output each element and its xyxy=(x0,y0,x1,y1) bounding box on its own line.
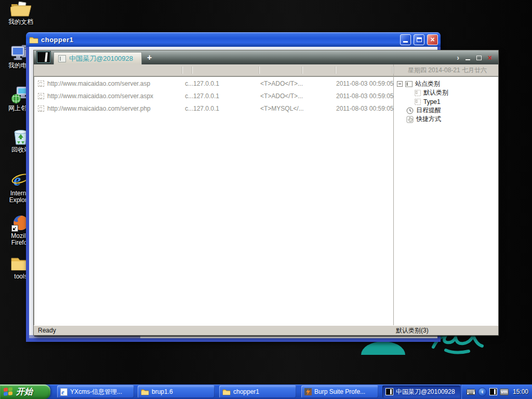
taskbar-button-china-chopper[interactable]: 中国菜刀@20100928 xyxy=(382,385,460,398)
column-separator xyxy=(302,66,303,74)
taskbar: 开始 e YXcms-信息管理... brup1.6 chopper1 xyxy=(0,384,532,399)
category-count: 默认类别(3) xyxy=(396,326,429,335)
desktop-icon-label: 我的文档 xyxy=(8,19,33,25)
column-separator xyxy=(182,66,183,74)
keyboard-icon[interactable] xyxy=(467,389,475,395)
shell-note: c... xyxy=(185,80,193,87)
shortcut-arrow-icon xyxy=(11,225,18,232)
chopper-app-logo-icon xyxy=(37,51,50,63)
shell-ip: 127.0.0.1 xyxy=(193,80,219,87)
taskbar-button-yxcms[interactable]: e YXcms-信息管理... xyxy=(57,385,134,398)
webshell-row[interactable]: http://www.maicaidao.com/server.php c...… xyxy=(34,103,393,115)
start-label: 开始 xyxy=(16,387,33,397)
site-icon xyxy=(415,90,421,96)
minimize-button[interactable] xyxy=(400,34,411,45)
webshell-row[interactable]: http://www.maicaidao.com/server.asp c...… xyxy=(34,78,393,90)
desktop-icon-my-documents[interactable]: 我的文档 xyxy=(4,1,37,25)
minimize-icon xyxy=(403,41,408,43)
overflow-chevron-icon[interactable]: › xyxy=(457,54,459,61)
taskbar-button-label: Burp Suite Profe... xyxy=(314,388,365,395)
webshell-icon xyxy=(38,105,44,112)
explorer-window-title: chopper1 xyxy=(41,36,397,44)
app-minimize-button[interactable] xyxy=(466,59,470,60)
tree-item-label: Type1 xyxy=(423,98,441,105)
tab-china-chopper[interactable]: 中国菜刀@20100928 xyxy=(54,52,142,64)
vmware-tray-icon[interactable]: vm xyxy=(500,389,509,395)
shell-note: c... xyxy=(185,92,193,100)
burp-suite-icon xyxy=(304,388,312,395)
clock-icon xyxy=(406,107,414,114)
list-header-band: 星期四 2014-08-21 七月廿六 xyxy=(34,64,498,76)
tree-item-label: 站点类别 xyxy=(415,79,440,88)
explorer-title-bar[interactable]: chopper1 × xyxy=(26,32,441,47)
shell-timestamp: 2011-08-03 00:59:05 xyxy=(336,92,394,100)
shell-timestamp: 2011-08-03 00:59:05 xyxy=(336,105,394,112)
taskbar-button-label: 中国菜刀@20100928 xyxy=(396,388,455,396)
list-column-headers[interactable] xyxy=(34,64,394,76)
hide-icons-chevron-button[interactable]: ‹ xyxy=(478,388,487,396)
webshell-icon xyxy=(38,93,44,99)
tree-item-default-category[interactable]: 默认类别 xyxy=(394,88,498,97)
tree-item-site-categories[interactable]: 站点类别 xyxy=(394,79,498,88)
start-button[interactable]: 开始 xyxy=(0,384,50,399)
chopper-app-window: 中国菜刀@20100928 + › × 星期四 2014-08-21 七月廿六 xyxy=(33,50,499,336)
chopper-tray-icon[interactable] xyxy=(489,388,497,395)
tree-item-schedule-reminder[interactable]: 日程提醒 xyxy=(394,106,498,115)
column-separator xyxy=(259,66,260,74)
date-display: 星期四 2014-08-21 七月廿六 xyxy=(394,64,498,76)
chopper-main-area: http://www.maicaidao.com/server.asp c...… xyxy=(34,76,498,325)
shell-url: http://www.maicaidao.com/server.php xyxy=(47,105,151,112)
taskbar-button-label: chopper1 xyxy=(233,388,259,395)
taskbar-button-chopper1[interactable]: chopper1 xyxy=(219,385,296,398)
app-close-button[interactable]: × xyxy=(488,54,492,61)
hand-pointer-icon xyxy=(406,116,414,123)
category-icon xyxy=(405,81,413,87)
close-button[interactable]: × xyxy=(427,34,438,45)
column-separator xyxy=(192,66,193,74)
tree-item-shortcuts[interactable]: 快捷方式 xyxy=(394,115,498,124)
ie-page-icon: e xyxy=(60,388,68,396)
tree-item-label: 快捷方式 xyxy=(416,115,441,124)
shell-config: <T>ADO</T>... xyxy=(260,92,303,100)
shell-config: <T>MYSQL</... xyxy=(260,105,304,112)
close-icon: × xyxy=(430,36,434,43)
windows-logo-icon xyxy=(4,387,14,397)
shell-config: <T>ADO</T>... xyxy=(260,80,303,87)
webshell-list: http://www.maicaidao.com/server.asp c...… xyxy=(34,76,394,325)
svg-text:e: e xyxy=(14,170,21,189)
taskbar-clock: 15:00 xyxy=(513,388,528,395)
maximize-icon xyxy=(417,37,422,42)
chopper-status-bar: Ready 默认类别(3) xyxy=(34,325,498,335)
shell-timestamp: 2011-08-03 00:59:05 xyxy=(336,80,394,87)
taskbar-button-label: YXcms-信息管理... xyxy=(70,388,122,396)
shell-url: http://www.maicaidao.com/server.aspx xyxy=(47,92,153,100)
chopper-tab-bar: 中国菜刀@20100928 + › × xyxy=(34,50,498,64)
new-tab-button[interactable]: + xyxy=(147,54,152,62)
app-maximize-button[interactable] xyxy=(476,56,482,60)
desktop: 我的文档 我的电脑 网上邻居 回收站 xyxy=(0,0,532,399)
folder-icon xyxy=(222,389,231,395)
shell-url: http://www.maicaidao.com/server.asp xyxy=(47,80,150,87)
shell-ip: 127.0.0.1 xyxy=(193,105,219,112)
column-separator xyxy=(335,66,336,74)
webshell-icon xyxy=(38,81,44,87)
tree-item-label: 默认类别 xyxy=(423,88,448,97)
category-tree: 站点类别 默认类别 Type1 xyxy=(394,76,498,325)
shell-note: c... xyxy=(185,105,193,112)
system-tray: ‹ vm 15:00 xyxy=(461,384,532,399)
collapse-expander-icon[interactable] xyxy=(397,81,403,87)
taskbar-button-label: brup1.6 xyxy=(152,388,173,395)
shell-ip: 127.0.0.1 xyxy=(193,92,219,100)
taskbar-button-brup[interactable]: brup1.6 xyxy=(138,385,215,398)
taskbar-button-burp[interactable]: Burp Suite Profe... xyxy=(301,385,378,398)
site-icon xyxy=(415,99,421,105)
folder-icon xyxy=(141,389,149,395)
tab-site-icon xyxy=(58,55,66,62)
column-separator xyxy=(392,66,393,74)
desktop-icon-label: tools xyxy=(14,273,27,280)
svg-text:e: e xyxy=(61,389,64,396)
my-documents-icon xyxy=(10,1,31,18)
webshell-row[interactable]: http://www.maicaidao.com/server.aspx c..… xyxy=(34,90,393,103)
maximize-button[interactable] xyxy=(414,34,424,45)
tree-item-type1[interactable]: Type1 xyxy=(394,97,498,106)
